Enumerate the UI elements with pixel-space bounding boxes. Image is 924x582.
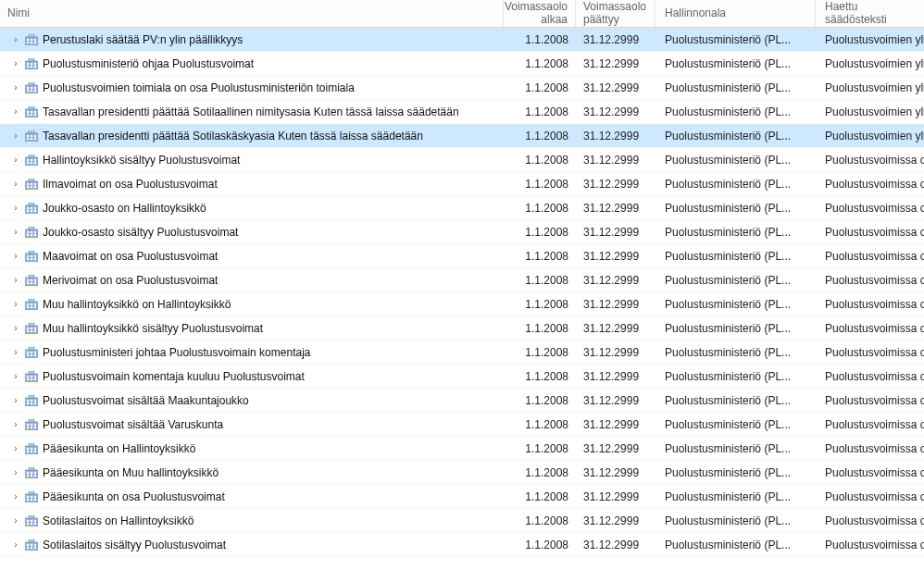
table-row[interactable]: › Puolustusvoimain komentaja kuuluu Puol… (0, 365, 924, 389)
chevron-right-icon[interactable]: › (11, 419, 20, 429)
svg-rect-53 (27, 186, 29, 188)
svg-rect-77 (27, 258, 29, 260)
cell-text: Puolustusvoimissa on pu (816, 274, 924, 287)
table-row[interactable]: › Merivoimat on osa Puolustusvoimat1.1.2… (0, 268, 924, 292)
svg-rect-27 (31, 111, 32, 113)
table-row[interactable]: › Puolustusvoimien toimiala on osa Puolu… (0, 76, 924, 100)
svg-rect-8 (25, 61, 38, 69)
table-row[interactable]: › Puolustusministeriö ohjaa Puolustusvoi… (0, 52, 924, 76)
chevron-right-icon[interactable]: › (11, 82, 20, 93)
chevron-right-icon[interactable]: › (11, 323, 20, 333)
table-row[interactable]: › Muu hallintoyksikkö sisältyy Puolustus… (0, 316, 924, 341)
cell-text: Puolustusvoimissa on pu (816, 178, 924, 191)
cell-start: 1.1.2008 (504, 514, 576, 527)
svg-rect-2 (27, 39, 29, 41)
cell-name: › Pääesikunta on Muu hallintoyksikkö (0, 466, 504, 479)
chevron-right-icon[interactable]: › (11, 179, 20, 189)
chevron-right-icon[interactable]: › (11, 227, 20, 237)
chevron-right-icon[interactable]: › (11, 130, 20, 141)
header-name[interactable]: Nimi (0, 0, 504, 27)
org-icon (24, 298, 39, 311)
table-row[interactable]: › Pääesikunta on Muu hallintoyksikkö1.1.… (0, 461, 924, 485)
svg-rect-1 (29, 34, 34, 37)
header-end[interactable]: Voimassaolo päättyy (576, 0, 656, 27)
chevron-right-icon[interactable]: › (11, 467, 20, 477)
svg-rect-87 (34, 282, 36, 284)
table-row[interactable]: › Tasavallan presidentti päättää Sotilas… (0, 124, 924, 148)
svg-rect-28 (34, 111, 36, 113)
chevron-right-icon[interactable]: › (11, 515, 20, 526)
chevron-right-icon[interactable]: › (11, 347, 20, 357)
svg-rect-151 (34, 475, 36, 477)
row-name-text: Hallintoyksikkö sisältyy Puolustusvoimat (43, 154, 240, 167)
chevron-right-icon[interactable]: › (11, 539, 20, 550)
svg-rect-102 (31, 330, 32, 332)
chevron-right-icon[interactable]: › (11, 491, 20, 502)
org-icon (24, 490, 39, 503)
svg-rect-94 (31, 306, 32, 308)
cell-name: › Tasavallan presidentti päättää Sotilaa… (0, 105, 504, 118)
header-text[interactable]: Haettu säädösteksti (816, 0, 924, 27)
cell-start: 1.1.2008 (504, 539, 576, 551)
svg-rect-71 (34, 234, 36, 236)
chevron-right-icon[interactable]: › (11, 106, 20, 117)
cell-text: Puolustusvoimissa on pu (816, 226, 924, 239)
chevron-right-icon[interactable]: › (11, 395, 20, 405)
table-row[interactable]: › Joukko-osasto sisältyy Puolustusvoimat… (0, 220, 924, 244)
chevron-right-icon[interactable]: › (11, 34, 20, 44)
table-row[interactable]: › Maavoimat on osa Puolustusvoimat1.1.20… (0, 244, 924, 268)
chevron-right-icon[interactable]: › (11, 443, 20, 453)
cell-admin: Puolustusministeriö (PL... (656, 81, 816, 94)
cell-admin: Puolustusministeriö (PL... (656, 250, 816, 263)
header-start[interactable]: Voimassaolo alkaa (504, 0, 576, 27)
cell-text: Puolustusvoimissa on pu (816, 394, 924, 407)
svg-rect-73 (29, 251, 34, 254)
svg-rect-12 (34, 63, 36, 65)
table-row[interactable]: › Pääesikunta on Hallintoyksikkö1.1.2008… (0, 437, 924, 461)
cell-name: › Hallintoyksikkö sisältyy Puolustusvoim… (0, 154, 504, 167)
cell-end: 31.12.2999 (576, 130, 656, 142)
chevron-right-icon[interactable]: › (11, 251, 20, 261)
table-row[interactable]: › Puolustusvoimat sisältää Varuskunta1.1… (0, 413, 924, 437)
table-row[interactable]: › Muu hallintoyksikkö on Hallintoyksikkö… (0, 292, 924, 316)
svg-rect-19 (31, 87, 32, 89)
chevron-right-icon[interactable]: › (11, 299, 20, 309)
cell-text: Puolustusvoimissa on pu (816, 514, 924, 527)
chevron-right-icon[interactable]: › (11, 203, 20, 213)
svg-rect-47 (34, 162, 36, 164)
cell-name: › Perustuslaki säätää PV:n ylin päällikk… (0, 33, 504, 46)
table-row[interactable]: › Ilmavoimat on osa Puolustusvoimat1.1.2… (0, 172, 924, 196)
table-row[interactable]: › Sotilaslaitos on Hallintoyksikkö1.1.20… (0, 509, 924, 533)
svg-rect-93 (27, 306, 29, 308)
cell-end: 31.12.2999 (576, 394, 656, 407)
table-row[interactable]: › Hallintoyksikkö sisältyy Puolustusvoim… (0, 148, 924, 172)
chevron-right-icon[interactable]: › (11, 58, 20, 68)
header-admin[interactable]: Hallinnonala (656, 0, 816, 27)
svg-rect-161 (29, 515, 34, 518)
svg-rect-36 (34, 135, 36, 137)
table-row[interactable]: › Sotilaslaitos sisältyy Puolustusvoimat… (0, 533, 924, 557)
table-row[interactable]: › Tasavallan presidentti päättää Sotilaa… (0, 100, 924, 124)
svg-rect-62 (31, 210, 32, 212)
cell-end: 31.12.2999 (576, 274, 656, 287)
org-icon (24, 274, 39, 287)
svg-rect-141 (27, 451, 29, 452)
chevron-right-icon[interactable]: › (11, 155, 20, 165)
table-row[interactable]: › Joukko-osasto on Hallintoyksikkö1.1.20… (0, 196, 924, 220)
svg-rect-144 (25, 470, 38, 478)
table-row[interactable]: › Perustuslaki säätää PV:n ylin päällikk… (0, 28, 924, 52)
cell-admin: Puolustusministeriö (PL... (656, 490, 816, 503)
table-row[interactable]: › Puolustusministeri johtaa Puolustusvoi… (0, 341, 924, 365)
chevron-right-icon[interactable]: › (11, 275, 20, 285)
svg-rect-98 (27, 328, 29, 329)
table-row[interactable]: › Pääesikunta on osa Puolustusvoimat1.1.… (0, 485, 924, 509)
cell-name: › Maavoimat on osa Puolustusvoimat (0, 250, 504, 263)
row-name-text: Joukko-osasto on Hallintoyksikkö (43, 202, 206, 215)
cell-text: Puolustusvoimien ylimma (816, 105, 924, 118)
svg-rect-43 (31, 159, 32, 161)
svg-rect-149 (27, 475, 29, 477)
table-row[interactable]: › Puolustusvoimat sisältää Maakuntajoukk… (0, 389, 924, 413)
svg-rect-75 (31, 255, 32, 257)
chevron-right-icon[interactable]: › (11, 371, 20, 381)
cell-text: Puolustusvoimien ylimma (816, 81, 924, 94)
